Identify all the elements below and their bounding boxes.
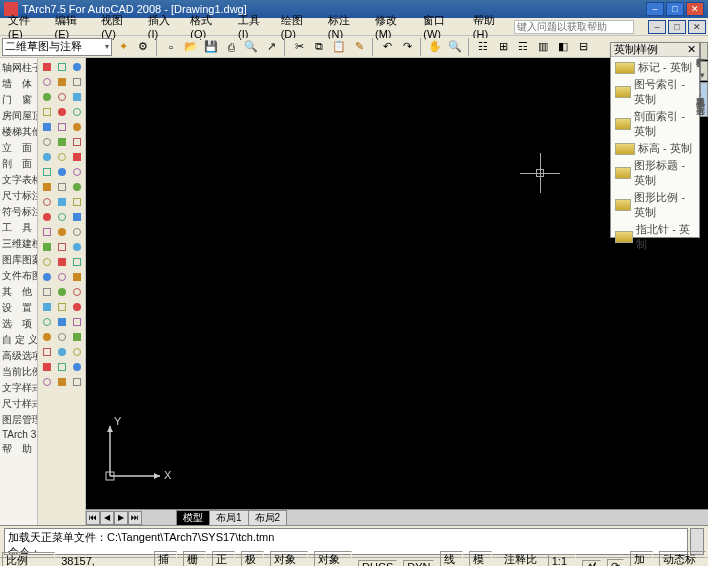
tool-button[interactable] — [40, 105, 54, 119]
open-button[interactable]: 📂 — [182, 38, 200, 56]
zoom-button[interactable]: 🔍 — [446, 38, 464, 56]
tool-button[interactable] — [70, 210, 84, 224]
tool-button[interactable] — [55, 180, 69, 194]
tool-button[interactable] — [40, 315, 54, 329]
tarch-menu-item[interactable]: 文字样式 — [2, 380, 35, 396]
save-button[interactable]: 💾 — [202, 38, 220, 56]
tool-button[interactable] — [55, 315, 69, 329]
tarch-menu-item[interactable]: TArch 3 — [2, 428, 35, 441]
tool-button[interactable] — [70, 225, 84, 239]
markup-button[interactable]: ◧ — [554, 38, 572, 56]
tab-prev-button[interactable]: ◀ — [100, 511, 114, 525]
palette-item[interactable]: 图形比例 - 英制 — [613, 189, 697, 221]
tool-button[interactable] — [40, 180, 54, 194]
sidetab-1[interactable]: 英制样例 — [700, 42, 708, 60]
palette-close-icon[interactable]: ✕ — [687, 43, 696, 56]
tarch-menu-item[interactable]: 文件布图 — [2, 268, 35, 284]
redo-button[interactable]: ↷ — [398, 38, 416, 56]
tool-button[interactable] — [55, 300, 69, 314]
tool-button[interactable] — [70, 105, 84, 119]
tarch-menu-item[interactable]: 选 项 — [2, 316, 35, 332]
mdi-min-button[interactable]: – — [648, 20, 666, 34]
anno-scale-combo[interactable]: 1:1 ▼ — [548, 554, 576, 567]
tool-button[interactable] — [40, 360, 54, 374]
tool-button[interactable] — [40, 210, 54, 224]
toggle-osnap[interactable]: 对象捕捉 — [270, 551, 308, 567]
tarch-menu-item[interactable]: 当前比例 — [2, 364, 35, 380]
tab-layout1[interactable]: 布局1 — [209, 510, 249, 525]
tool-button[interactable] — [55, 210, 69, 224]
toggle-ortho[interactable]: 正交 — [212, 551, 235, 567]
tab-next-button[interactable]: ▶ — [114, 511, 128, 525]
tool-button[interactable] — [55, 285, 69, 299]
tool-button[interactable] — [55, 330, 69, 344]
tarch-menu-item[interactable]: 轴网柱子 — [2, 60, 35, 76]
tool-button[interactable] — [40, 135, 54, 149]
palette-header[interactable]: 英制样例 ✕ — [611, 43, 699, 57]
workspace-combo[interactable]: 二维草图与注释▾ — [2, 38, 112, 56]
tool-button[interactable] — [40, 345, 54, 359]
tool-button[interactable] — [40, 300, 54, 314]
print-button[interactable]: ⎙ — [222, 38, 240, 56]
close-button[interactable]: ✕ — [686, 2, 704, 16]
tarch-menu-item[interactable]: 其 他 — [2, 284, 35, 300]
tool-button[interactable] — [70, 150, 84, 164]
toggle-model[interactable]: 模型 — [469, 551, 492, 567]
tool-button[interactable] — [55, 150, 69, 164]
tool-button[interactable] — [70, 90, 84, 104]
tool-button[interactable] — [70, 195, 84, 209]
tool-button[interactable] — [55, 105, 69, 119]
palette-item[interactable]: 图号索引 - 英制 — [613, 76, 697, 108]
tarch-menu-item[interactable]: 工 具 — [2, 220, 35, 236]
design-center-button[interactable]: ⊞ — [494, 38, 512, 56]
tool-button[interactable] — [55, 60, 69, 74]
tool-button[interactable] — [70, 240, 84, 254]
tarch-menu-item[interactable]: 墙 体 — [2, 76, 35, 92]
tool-button[interactable] — [70, 135, 84, 149]
workspace-gear-button[interactable]: ⚙ — [134, 38, 152, 56]
tarch-menu-item[interactable]: 尺寸样式 — [2, 396, 35, 412]
tarch-menu-item[interactable]: 门 窗 — [2, 92, 35, 108]
toggle-dyn[interactable]: DYN — [403, 560, 434, 567]
tool-button[interactable] — [55, 255, 69, 269]
tarch-menu-item[interactable]: 设 置 — [2, 300, 35, 316]
toggle-lwt[interactable]: 线宽 — [440, 551, 463, 567]
palette-item[interactable]: 标高 - 英制 — [613, 140, 697, 157]
sidetab-3[interactable]: 工具选项板 - 所有选… — [700, 82, 708, 117]
tool-button[interactable] — [55, 165, 69, 179]
plot-preview-button[interactable]: 🔍 — [242, 38, 260, 56]
tarch-menu-item[interactable]: 帮 助 — [2, 441, 35, 457]
tab-first-button[interactable]: ⏮ — [86, 511, 100, 525]
tarch-menu-item[interactable]: 剖 面 — [2, 156, 35, 172]
tool-button[interactable] — [55, 375, 69, 389]
tarch-menu-item[interactable]: 房间屋顶 — [2, 108, 35, 124]
tool-button[interactable] — [40, 195, 54, 209]
tool-button[interactable] — [40, 75, 54, 89]
palette-item[interactable]: 剖面索引 - 英制 — [613, 108, 697, 140]
tool-button[interactable] — [40, 375, 54, 389]
tool-button[interactable] — [70, 255, 84, 269]
tarch-menu-item[interactable]: 符号标注 — [2, 204, 35, 220]
properties-button[interactable]: ☷ — [474, 38, 492, 56]
tool-button[interactable] — [40, 150, 54, 164]
tool-button[interactable] — [40, 165, 54, 179]
pan-button[interactable]: ✋ — [426, 38, 444, 56]
tool-button[interactable] — [70, 75, 84, 89]
tool-button[interactable] — [55, 360, 69, 374]
undo-button[interactable]: ↶ — [378, 38, 396, 56]
tool-button[interactable] — [40, 255, 54, 269]
toggle-snap[interactable]: 捕捉 — [154, 551, 177, 567]
tool-button[interactable] — [70, 345, 84, 359]
tool-button[interactable] — [40, 285, 54, 299]
match-button[interactable]: ✎ — [350, 38, 368, 56]
tool-button[interactable] — [55, 225, 69, 239]
tool-button[interactable] — [70, 300, 84, 314]
tool-button[interactable] — [70, 270, 84, 284]
status-scale[interactable]: 比例 1:100 ▼ — [2, 552, 55, 566]
palette-item[interactable]: 标记 - 英制 — [613, 59, 697, 76]
tool-button[interactable] — [40, 60, 54, 74]
tool-button[interactable] — [40, 330, 54, 344]
tarch-menu-item[interactable]: 三维建模 — [2, 236, 35, 252]
sheet-set-button[interactable]: ▥ — [534, 38, 552, 56]
tool-button[interactable] — [40, 90, 54, 104]
